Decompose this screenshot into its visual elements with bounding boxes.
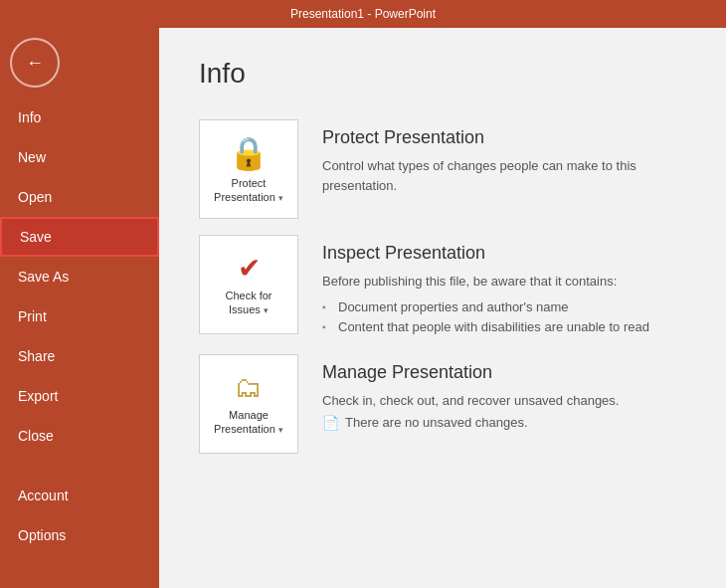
sidebar-item-info[interactable]: Info	[0, 98, 159, 137]
back-button[interactable]: ←	[10, 38, 60, 88]
manage-icon: 🗂	[235, 371, 263, 404]
inspect-content: Inspect Presentation Before publishing t…	[322, 235, 686, 338]
sidebar-item-account[interactable]: Account	[0, 476, 159, 515]
inspect-icon-label: Check forIssues ▾	[225, 289, 272, 317]
inspect-desc: Before publishing this file, be aware th…	[322, 272, 686, 292]
manage-icon-box[interactable]: 🗂 ManagePresentation ▾	[199, 354, 298, 454]
inspect-list: Document properties and author's name Co…	[322, 297, 686, 339]
sidebar-nav: Info New Open Save Save As Print Share E…	[0, 98, 159, 588]
manage-icon-label: ManagePresentation ▾	[214, 408, 283, 437]
sidebar-item-export[interactable]: Export	[0, 376, 159, 416]
title-bar-text: Presentation1 - PowerPoint	[290, 7, 436, 21]
manage-sub-text: There are no unsaved changes.	[345, 415, 528, 430]
sidebar-item-new[interactable]: New	[0, 137, 159, 177]
inspect-list-item-1: Document properties and author's name	[322, 297, 686, 318]
sidebar-item-save[interactable]: Save	[0, 217, 159, 257]
manage-sub-icon: 📄	[322, 415, 339, 431]
sidebar-item-share[interactable]: Share	[0, 336, 159, 376]
sidebar-item-options[interactable]: Options	[0, 515, 159, 555]
protect-title: Protect Presentation	[322, 127, 686, 148]
nav-spacer	[0, 456, 159, 476]
protect-desc: Control what types of changes people can…	[322, 156, 686, 195]
protect-content: Protect Presentation Control what types …	[322, 119, 686, 195]
manage-title: Manage Presentation	[322, 362, 686, 383]
inspect-list-item-2: Content that people with disabilities ar…	[322, 317, 686, 338]
main-layout: ← Info New Open Save Save As Print Share…	[0, 28, 726, 588]
sidebar-item-save-as[interactable]: Save As	[0, 257, 159, 296]
sidebar-item-close[interactable]: Close	[0, 416, 159, 456]
manage-card: 🗂 ManagePresentation ▾ Manage Presentati…	[199, 354, 686, 454]
inspect-icon-box[interactable]: ✔ Check forIssues ▾	[199, 235, 298, 334]
protect-icon-label: ProtectPresentation ▾	[214, 176, 283, 205]
inspect-card: ✔ Check forIssues ▾ Inspect Presentation…	[199, 235, 686, 338]
inspect-icon: ✔	[238, 252, 261, 285]
sidebar-item-open[interactable]: Open	[0, 177, 159, 217]
sidebar-item-print[interactable]: Print	[0, 296, 159, 336]
title-bar: Presentation1 - PowerPoint	[0, 0, 726, 28]
protect-card: 🔒 ProtectPresentation ▾ Protect Presenta…	[199, 119, 686, 219]
manage-desc: Check in, check out, and recover unsaved…	[322, 391, 686, 411]
manage-sub: 📄 There are no unsaved changes.	[322, 415, 686, 431]
content-area: Info 🔒 ProtectPresentation ▾ Protect Pre…	[159, 28, 726, 588]
manage-content: Manage Presentation Check in, check out,…	[322, 354, 686, 431]
inspect-title: Inspect Presentation	[322, 243, 686, 264]
sidebar: ← Info New Open Save Save As Print Share…	[0, 28, 159, 588]
page-title: Info	[199, 58, 686, 90]
protect-icon: 🔒	[229, 134, 269, 172]
protect-icon-box[interactable]: 🔒 ProtectPresentation ▾	[199, 119, 298, 219]
